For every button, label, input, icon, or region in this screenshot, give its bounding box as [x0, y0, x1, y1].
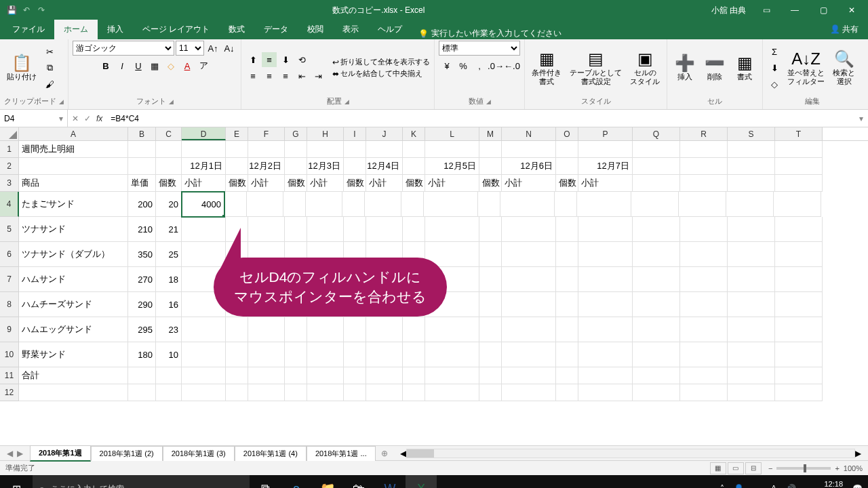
cell[interactable]: 合計	[19, 367, 128, 384]
cell[interactable]	[307, 141, 344, 158]
format-painter-button[interactable]: 🖌	[42, 77, 57, 92]
tab-home[interactable]: ホーム	[54, 20, 98, 39]
cell[interactable]	[403, 217, 425, 242]
cell[interactable]: ハムエッグサンド	[19, 317, 128, 342]
cell[interactable]	[556, 317, 578, 342]
wrap-text-button[interactable]: ↩折り返して全体を表示する	[332, 57, 430, 67]
cell[interactable]	[307, 384, 344, 401]
clear-button[interactable]: ◇	[767, 77, 782, 92]
cell[interactable]	[479, 158, 502, 175]
cell[interactable]	[19, 384, 128, 401]
cell[interactable]	[633, 217, 680, 242]
cell[interactable]	[307, 317, 344, 342]
cell[interactable]	[366, 217, 403, 242]
cell[interactable]	[680, 384, 728, 401]
cell[interactable]	[425, 217, 479, 242]
insert-cells-button[interactable]: ➕挿入	[671, 52, 698, 83]
cut-button[interactable]: ✂	[42, 44, 57, 59]
align-right-button[interactable]: ≡	[278, 68, 293, 83]
cell[interactable]	[775, 342, 823, 367]
cell[interactable]	[401, 192, 424, 217]
cell[interactable]	[403, 367, 425, 384]
cell[interactable]	[306, 192, 342, 217]
cell[interactable]: 210	[128, 217, 156, 242]
cell[interactable]	[728, 158, 775, 175]
cell[interactable]: 21	[156, 217, 182, 242]
cell[interactable]	[728, 217, 775, 242]
edge-icon[interactable]: e	[281, 475, 312, 488]
expand-formula-icon[interactable]: ▾	[854, 114, 868, 123]
copy-button[interactable]: ⧉	[42, 60, 57, 75]
cell[interactable]	[633, 367, 680, 384]
cell[interactable]	[285, 317, 307, 342]
cell[interactable]	[224, 192, 247, 217]
notifications-icon[interactable]: 💬	[852, 484, 863, 488]
col-header[interactable]: P	[578, 127, 633, 140]
sheet-tab[interactable]: 2018年第1週 (3)	[163, 446, 235, 461]
cell[interactable]: 小計	[182, 175, 226, 192]
ribbon-display-icon[interactable]: ▭	[753, 0, 780, 20]
percent-button[interactable]: %	[456, 58, 471, 73]
row-header[interactable]: 5	[0, 217, 19, 242]
cell[interactable]	[366, 141, 403, 158]
cell[interactable]	[365, 192, 401, 217]
cell[interactable]	[680, 175, 728, 192]
cell[interactable]	[578, 317, 633, 342]
minimize-icon[interactable]: ―	[781, 0, 808, 20]
col-header[interactable]: H	[307, 127, 344, 140]
explorer-icon[interactable]: 📁	[312, 475, 343, 488]
row-header[interactable]: 12	[0, 384, 19, 401]
cell[interactable]	[307, 367, 344, 384]
cell[interactable]	[247, 192, 283, 217]
cell[interactable]: 10	[156, 342, 182, 367]
cell[interactable]	[631, 192, 679, 217]
taskbar-clock[interactable]: 12:18 2019/01/14	[806, 480, 843, 488]
cell[interactable]	[479, 367, 502, 384]
cell[interactable]	[774, 192, 821, 217]
cell[interactable]	[680, 141, 728, 158]
col-header[interactable]: A	[19, 127, 128, 140]
col-header[interactable]: C	[156, 127, 182, 140]
cell[interactable]	[502, 384, 556, 401]
enter-icon[interactable]: ✓	[84, 114, 91, 123]
sheet-tab[interactable]: 2018年第1週 ...	[307, 446, 376, 461]
tab-help[interactable]: ヘルプ	[368, 20, 412, 39]
cell[interactable]	[502, 242, 556, 267]
launcher-icon[interactable]: ◢	[344, 98, 349, 105]
cell[interactable]	[680, 367, 728, 384]
row-header[interactable]: 4	[0, 192, 19, 217]
cell[interactable]	[366, 317, 403, 342]
cell[interactable]	[19, 158, 128, 175]
store-icon[interactable]: 🛍	[343, 475, 374, 488]
sheet-nav-prev-icon[interactable]: ◀	[7, 449, 13, 458]
col-header[interactable]: Q	[633, 127, 680, 140]
col-header[interactable]: T	[775, 127, 823, 140]
cell[interactable]	[728, 384, 775, 401]
row-header[interactable]: 9	[0, 317, 19, 342]
close-icon[interactable]: ✕	[838, 0, 865, 20]
tab-page-layout[interactable]: ページ レイアウト	[133, 20, 219, 39]
cell[interactable]	[502, 317, 556, 342]
cell[interactable]	[344, 158, 366, 175]
cell[interactable]	[182, 217, 226, 242]
col-header[interactable]: I	[344, 127, 366, 140]
cell[interactable]: 小計	[248, 175, 285, 192]
cell[interactable]	[728, 141, 775, 158]
cell[interactable]	[226, 384, 248, 401]
cell[interactable]	[248, 141, 285, 158]
find-select-button[interactable]: 🔍検索と 選択	[830, 48, 858, 87]
cell[interactable]	[344, 141, 366, 158]
taskbar-search[interactable]: ○ ここに入力して検索	[33, 475, 250, 488]
cell[interactable]	[728, 242, 775, 267]
tab-view[interactable]: 表示	[333, 20, 368, 39]
comma-button[interactable]: ,	[472, 58, 487, 73]
tab-review[interactable]: 校閲	[298, 20, 333, 39]
cell[interactable]	[344, 317, 366, 342]
cell[interactable]: 小計	[425, 175, 479, 192]
cell[interactable]	[500, 192, 555, 217]
col-header[interactable]: E	[226, 127, 248, 140]
format-cells-button[interactable]: ▦書式	[731, 52, 758, 83]
cell[interactable]: 12月1日	[182, 158, 226, 175]
cell[interactable]	[728, 175, 775, 192]
cell[interactable]	[633, 267, 680, 292]
